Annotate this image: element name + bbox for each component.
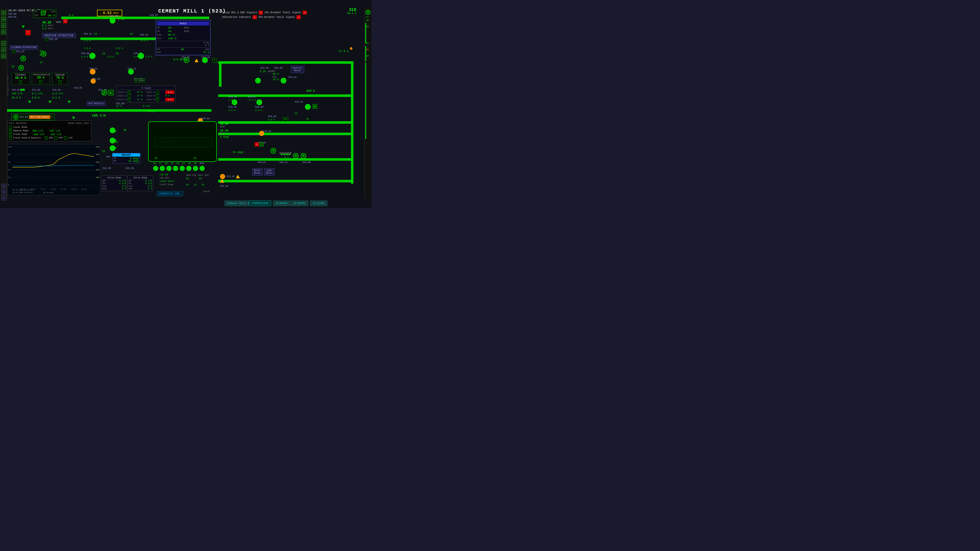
cm1-breaker-btn[interactable]: ✕ [303, 11, 307, 14]
silo3-cb[interactable] [127, 98, 130, 101]
val-30-20: 30.20 [42, 21, 51, 24]
cm2-breaker-btn[interactable]: ✕ [297, 15, 301, 19]
hydraulic-lub-btn[interactable]: HYDRAULIC LUB. [157, 191, 183, 196]
tag-522-08: 522_08 [116, 103, 124, 105]
starter-reset-btn[interactable]: Starter Reset [291, 66, 304, 73]
circle-17 [160, 166, 165, 171]
tag-523-43-area: ! 523_43 [220, 174, 240, 179]
t-btn-523-32[interactable]: T [259, 142, 264, 146]
x-btn-523-32[interactable]: ✕ [255, 142, 259, 146]
nav-btn-2[interactable]: ◀ [1, 17, 6, 22]
m-circle-right2: M [293, 153, 299, 159]
arrow-down-left1 [22, 25, 25, 28]
mill-drum-inner [154, 137, 213, 148]
silo5-cb[interactable] [156, 94, 159, 97]
tag-523-11: 523_11 [280, 161, 288, 164]
cm1-breaker-label: CM1-Breaker Fault Signal [264, 11, 301, 14]
val-0th-silo: 0 t/h [148, 110, 156, 113]
clinker-extraction-label: CLINKER EXTRACTION [10, 45, 38, 49]
wf-ack-alarm-btn[interactable]: W/F Ack.Alarm [29, 115, 50, 119]
m-circle-right3: M [301, 153, 306, 159]
pv-98-unit: rpm [205, 48, 209, 51]
sq-row-522-02 [21, 89, 25, 91]
cb-521-30-box[interactable] [45, 38, 48, 41]
val-2-6A2: 2.6 A [107, 56, 114, 58]
tag-523-38: 523_38 [103, 167, 111, 170]
tag-523-54: 523_54 [268, 115, 276, 118]
tag-523-55: 523_55 [255, 106, 263, 108]
circle-523-64: M [305, 104, 310, 110]
h24-reset-btn[interactable]: 24Hr Reset [264, 168, 275, 176]
silo6-cb[interactable] [156, 98, 159, 101]
silo4-cb[interactable] [156, 91, 159, 94]
remote-mode-cb[interactable] [9, 129, 12, 132]
silo2-cb[interactable] [127, 94, 130, 97]
val-54-degc: 54 degC [233, 151, 243, 154]
val-0-0: 0.0 % [32, 97, 40, 99]
local-mode-cb[interactable] [9, 126, 12, 129]
red-x-1[interactable]: ✕ [63, 19, 67, 23]
sl40cm1-btn[interactable]: SL40CM1 [291, 200, 308, 206]
tri-warn-523-43-2 [220, 179, 224, 183]
val-12: 12 [130, 33, 133, 35]
sq-b1 [280, 152, 282, 154]
play-btn-523-64[interactable]: ▶ [313, 104, 317, 109]
right-v-bar3 [365, 62, 366, 139]
substation-label: Substation Cabinets [222, 16, 251, 19]
force-down-1-box: Force Down SP0 t/h PV0 t/h Aux0 % Out0 % [102, 176, 127, 191]
fd1-out: 0 % [122, 187, 126, 190]
silo1-cb[interactable] [127, 91, 130, 94]
t-button-top[interactable]: T [41, 11, 45, 15]
circle-19 [173, 166, 178, 171]
nav-btn-zoom[interactable]: ⊕ [1, 47, 6, 52]
fresh-feed-rejects-cb[interactable] [9, 137, 12, 140]
sq-row-top [77, 17, 84, 19]
lub-off-label: Lub OFF [159, 177, 169, 179]
fd2-aux: 0 % [148, 185, 152, 187]
nav-icon-1[interactable]: ⊙ [1, 184, 6, 189]
substation-btn1[interactable]: ✕ [253, 15, 257, 19]
bearing-val: 13 [186, 177, 189, 180]
nav-btn-1[interactable]: ▲ [1, 10, 6, 15]
clinker-cb[interactable] [19, 80, 22, 83]
group-mcc-btn1[interactable]: ✕ [259, 11, 263, 14]
tag-526-07: 526_07 [150, 14, 158, 17]
shift-reset-btn[interactable]: Shift Reset [252, 168, 262, 176]
circle-38: M [110, 127, 115, 133]
right-v-bar1 [365, 23, 366, 43]
compressor-btn[interactable]: COMPRESSOR [249, 200, 271, 206]
sl40am1-btn[interactable]: SL40AM1 [273, 200, 290, 206]
nav-btn-4[interactable]: ▼ [1, 29, 6, 35]
val-47-8A: 47.8 A [339, 50, 348, 53]
nav-btn-3[interactable]: ▶ [1, 23, 6, 28]
t-button-524[interactable]: T [212, 58, 217, 63]
sq-b2 [282, 152, 284, 154]
fd2-pv: 0 t/h [145, 183, 152, 185]
play-btn-522-10[interactable]: ▶ [108, 90, 114, 95]
tag-523-58: 523_58 [228, 96, 237, 98]
fresh-feed-cb[interactable] [9, 133, 12, 136]
ppc-cb[interactable] [54, 137, 57, 140]
sl41cm1-btn[interactable]: SL41CM1 [310, 200, 328, 206]
gypsum-pct: 75 % [54, 76, 66, 80]
nav-icon-3[interactable]: ✦ [1, 195, 6, 200]
val-34: 34 [11, 65, 14, 68]
nav-btn-settings[interactable]: ⚙ [1, 54, 6, 59]
sq-t1 [77, 17, 80, 19]
nav-pane-label: Navigation Pane [6, 75, 9, 96]
nav-icon-2[interactable]: ≡ [1, 189, 6, 195]
val-39: 39 [123, 129, 126, 132]
lpc-cb[interactable] [64, 137, 67, 140]
val-mbar3: mbar [220, 125, 226, 128]
val-9-9th: 9.9 t/h [52, 92, 63, 95]
gypsum-cb[interactable] [59, 80, 62, 83]
out-label: Out [157, 37, 167, 40]
tag-523-51: 523_51 [202, 118, 210, 120]
opc-cb[interactable] [45, 137, 48, 140]
cb-521-33-box[interactable] [12, 50, 15, 53]
wf-details-btn[interactable]: W/F Details [87, 102, 105, 106]
x-btn-1[interactable]: ✕ [25, 30, 30, 35]
local-start-label: Local Start [159, 180, 175, 183]
nav-btn-home[interactable]: ⌂ [1, 41, 6, 46]
pozzolana-cb[interactable] [39, 80, 42, 83]
